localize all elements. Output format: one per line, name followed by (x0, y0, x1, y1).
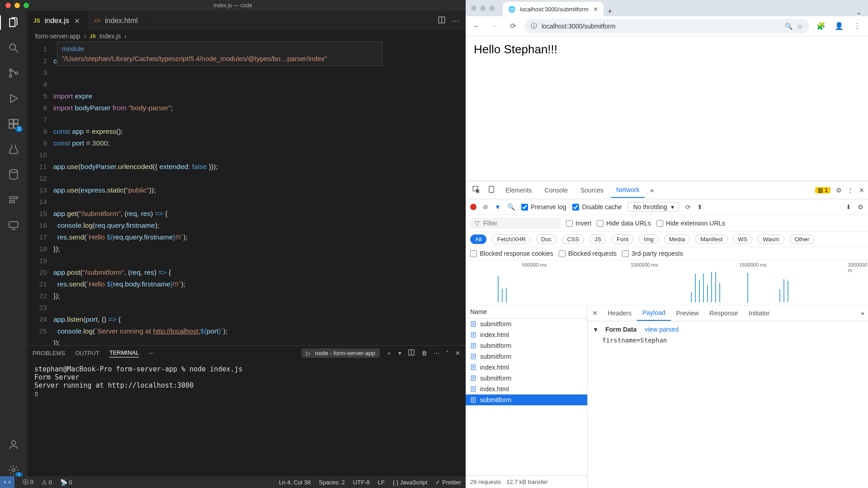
more-icon[interactable]: ⋮ (847, 187, 854, 194)
status-prettier[interactable]: ✓ Prettier (435, 479, 461, 486)
status-errors[interactable]: ⓧ 0 (23, 478, 33, 486)
record-button[interactable] (470, 204, 476, 210)
detail-tab-preview[interactable]: Preview (671, 306, 704, 320)
terminal-select[interactable]: ▷node - form-server-app (302, 348, 380, 358)
status-warnings[interactable]: ⚠ 0 (42, 479, 52, 486)
new-tab-button[interactable]: ＋ (604, 5, 616, 16)
extensions-icon[interactable]: 🧩 (815, 20, 827, 33)
type-pill-all[interactable]: All (470, 235, 486, 244)
detail-tab-initiator[interactable]: Initiator (743, 306, 775, 320)
code-lines[interactable]: console.log( module"/Users/stephan/Libra… (53, 42, 466, 345)
tab-console[interactable]: Console (539, 183, 573, 197)
gear-icon[interactable]: ⚙ (836, 187, 842, 194)
preserve-log-checkbox[interactable]: Preserve log (521, 203, 566, 211)
close-icon[interactable]: ✕ (859, 187, 864, 194)
zoom-icon[interactable]: 🔍 (785, 23, 793, 30)
panel-tab-output[interactable]: OUTPUT (75, 350, 99, 357)
debug-icon[interactable] (7, 92, 20, 105)
search-icon[interactable] (7, 42, 20, 54)
scm-icon[interactable] (7, 67, 20, 80)
status-encoding[interactable]: UTF-8 (353, 479, 370, 486)
testing-icon[interactable] (7, 143, 20, 155)
issues-badge[interactable]: ▥ 1 (815, 187, 830, 193)
download-har-icon[interactable]: ⬇ (846, 203, 851, 211)
request-row[interactable]: index.html (466, 329, 587, 340)
status-eol[interactable]: LF (378, 479, 385, 486)
minimize-icon[interactable] (14, 3, 20, 8)
type-pill-wasm[interactable]: Wasm (758, 235, 784, 244)
type-pill-fetchxhr[interactable]: Fetch/XHR (492, 235, 531, 244)
account-icon[interactable] (7, 438, 20, 451)
close-icon[interactable] (5, 3, 11, 8)
window-controls[interactable] (5, 3, 29, 8)
forward-button[interactable]: → (488, 20, 501, 33)
filter-input[interactable]: ▽Filter (470, 218, 561, 229)
request-row[interactable]: submitform (466, 351, 587, 362)
extensions-icon[interactable]: 3 (7, 117, 20, 130)
type-pill-other[interactable]: Other (790, 235, 815, 244)
blocked-requests-checkbox[interactable]: Blocked requests (559, 250, 617, 257)
chevron-up-icon[interactable]: ˄ (446, 350, 449, 357)
code-editor[interactable]: 1234567891011121314151617181920212223242… (27, 42, 466, 345)
back-button[interactable]: ← (470, 20, 483, 33)
form-data-section[interactable]: ▾ Form Data view parsed (594, 326, 862, 333)
third-party-checkbox[interactable]: 3rd-party requests (622, 250, 683, 257)
breadcrumb-folder[interactable]: form-server-app (35, 33, 80, 40)
split-editor-icon[interactable] (438, 16, 446, 26)
type-pill-media[interactable]: Media (664, 235, 690, 244)
status-spaces[interactable]: Spaces: 2 (319, 479, 345, 486)
browser-tab[interactable]: 🌐 localhost:3000/submitform ✕ (503, 2, 604, 16)
address-bar[interactable]: ⓘ localhost:3000/submitform 🔍 ☆ (524, 19, 809, 33)
profile-icon[interactable]: 👤 (833, 20, 845, 33)
reload-button[interactable]: ⟳ (506, 20, 519, 33)
network-conditions-icon[interactable]: ⟳ (685, 203, 691, 211)
breadcrumb-file[interactable]: index.js (99, 33, 121, 40)
request-row[interactable]: index.html (466, 362, 587, 373)
request-row[interactable]: submitform (466, 319, 587, 329)
detail-tab-headers[interactable]: Headers (602, 306, 637, 320)
tab-index-html[interactable]: <> index.html (88, 11, 145, 31)
hide-data-urls-checkbox[interactable]: Hide data URLs (597, 220, 651, 227)
split-terminal-icon[interactable] (408, 349, 415, 357)
status-ports[interactable]: 📡 0 (60, 479, 72, 486)
hide-ext-urls-checkbox[interactable]: Hide extension URLs (656, 220, 726, 227)
panel-tab-terminal[interactable]: TERMINAL (109, 349, 139, 357)
close-detail-icon[interactable]: ✕ (588, 306, 602, 320)
detail-tab-payload[interactable]: Payload (637, 305, 671, 321)
tab-network[interactable]: Network (611, 183, 645, 198)
remote-icon[interactable] (7, 219, 20, 231)
request-row[interactable]: index.html (466, 384, 587, 394)
tab-sources[interactable]: Sources (575, 183, 609, 197)
more-tabs-icon[interactable]: » (646, 187, 657, 194)
more-tabs-icon[interactable]: » (857, 310, 868, 317)
panel-tab-problems[interactable]: PROBLEMS (33, 350, 65, 357)
menu-icon[interactable]: ⋮ (851, 20, 863, 33)
explorer-icon[interactable] (7, 16, 20, 29)
request-row[interactable]: submitform (466, 340, 587, 351)
bookmark-icon[interactable]: ☆ (797, 23, 803, 30)
chevron-down-icon[interactable]: ⌄ (849, 8, 868, 16)
breadcrumbs[interactable]: form-server-app › JS index.js › (27, 31, 466, 42)
close-icon[interactable]: ✕ (593, 6, 598, 13)
upload-har-icon[interactable]: ⬆ (697, 203, 703, 211)
type-pill-font[interactable]: Font (612, 235, 633, 244)
type-pill-manifest[interactable]: Manifest (695, 235, 727, 244)
zoom-icon[interactable] (24, 3, 29, 8)
type-pill-css[interactable]: CSS (562, 235, 584, 244)
disable-cache-checkbox[interactable]: Disable cache (572, 203, 622, 211)
filter-toggle-icon[interactable]: ▼ (495, 203, 501, 211)
inspect-icon[interactable] (469, 185, 483, 195)
db-icon[interactable] (7, 168, 20, 181)
trash-icon[interactable]: 🗑 (421, 350, 427, 357)
throttling-select[interactable]: No throttling ▾ (628, 202, 679, 212)
terminal-body[interactable]: stephan@MacBook-Pro form-server-app % no… (27, 361, 466, 476)
new-terminal-icon[interactable]: ＋ (386, 349, 392, 357)
waterfall-overview[interactable]: 500000 ms1000000 ms1500000 ms2000000 m (466, 260, 868, 305)
request-row[interactable]: submitform (466, 373, 587, 384)
tab-elements[interactable]: Elements (500, 183, 537, 197)
detail-tab-response[interactable]: Response (704, 306, 743, 320)
more-icon[interactable]: ⋯ (434, 350, 439, 357)
clear-icon[interactable]: ⊘ (483, 203, 488, 211)
search-icon[interactable]: 🔍 (507, 203, 515, 211)
type-pill-doc[interactable]: Doc (536, 235, 557, 244)
